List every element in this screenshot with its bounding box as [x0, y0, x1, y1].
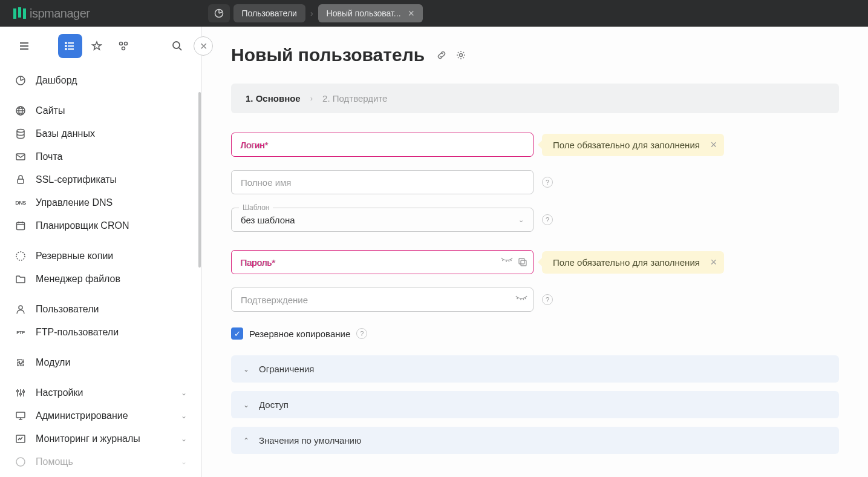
svg-rect-20: [16, 412, 25, 418]
collapsible-access[interactable]: ⌄ Доступ: [231, 391, 839, 418]
ftp-icon: FTP: [15, 326, 27, 338]
mail-icon: [15, 151, 27, 163]
puzzle-icon: [15, 357, 27, 369]
dashboard-icon: [15, 74, 27, 87]
nav-sites[interactable]: Сайты: [5, 99, 197, 122]
nav-ftp-users[interactable]: FTP FTP-пользователи: [5, 321, 197, 344]
svg-rect-24: [519, 258, 524, 264]
fullname-input[interactable]: [231, 170, 534, 194]
login-error-tip: Поле обязательно для заполнения ×: [542, 134, 724, 156]
close-icon[interactable]: ×: [408, 8, 415, 19]
sliders-icon: [15, 387, 27, 399]
sidebar: Дашборд Сайты Базы данных Почта SSL-серт…: [0, 27, 202, 477]
search-toggle[interactable]: [165, 34, 189, 58]
nav-users[interactable]: Пользователи: [5, 298, 197, 321]
chart-icon: [15, 433, 27, 445]
generate-icon[interactable]: [518, 257, 527, 267]
svg-point-2: [65, 45, 67, 47]
login-input[interactable]: [231, 133, 534, 157]
folder-icon: [15, 273, 27, 285]
content-area: Новый пользователь 1. Основное › 2. Подт…: [202, 27, 868, 477]
topbar: ispmanager Пользователи › Новый пользова…: [0, 0, 868, 27]
chevron-down-icon: ⌄: [243, 365, 250, 373]
tab-new-user[interactable]: Новый пользоват... ×: [318, 4, 423, 22]
chevron-down-icon: ⌄: [243, 401, 250, 409]
svg-rect-25: [521, 260, 526, 266]
panel-close-button[interactable]: ✕: [194, 36, 213, 56]
step-indicator: 1. Основное › 2. Подтвердите: [231, 84, 839, 113]
nav-modules[interactable]: Модули: [5, 351, 197, 374]
svg-point-15: [16, 252, 25, 260]
svg-point-1: [65, 42, 67, 44]
nav-databases[interactable]: Базы данных: [5, 122, 197, 145]
eye-icon[interactable]: [515, 295, 527, 304]
template-select[interactable]: Шаблон без шаблона ⌄: [231, 208, 534, 232]
user-icon: [15, 303, 27, 315]
modules-toggle[interactable]: [111, 34, 135, 58]
nav-backups[interactable]: Резервные копии: [5, 245, 197, 268]
eye-icon[interactable]: [501, 257, 513, 267]
help-icon[interactable]: ?: [542, 177, 553, 188]
nav-dashboard[interactable]: Дашборд: [5, 69, 197, 92]
app-name: ispmanager: [30, 7, 90, 21]
svg-point-4: [120, 42, 123, 45]
nav-ssl[interactable]: SSL-сертификаты: [5, 168, 197, 191]
nav-dns[interactable]: DNS Управление DNS: [5, 191, 197, 214]
backup-icon: [15, 250, 27, 262]
check-icon: ✓: [234, 329, 241, 338]
svg-point-18: [20, 393, 22, 395]
collapsible-limits[interactable]: ⌄ Ограничения: [231, 355, 839, 383]
help-icon[interactable]: ?: [542, 214, 553, 225]
page-title: Новый пользователь: [231, 45, 425, 65]
svg-rect-14: [17, 223, 25, 230]
svg-rect-12: [16, 154, 25, 160]
chevron-up-icon: ⌃: [243, 436, 250, 445]
dashboard-tab-icon[interactable]: [208, 4, 230, 22]
nav-mail[interactable]: Почта: [5, 145, 197, 168]
close-icon[interactable]: ×: [710, 256, 717, 269]
svg-point-11: [17, 130, 24, 133]
chevron-down-icon: ⌄: [181, 389, 187, 397]
nav-settings[interactable]: Настройки ⌄: [5, 381, 197, 404]
view-list-toggle[interactable]: [58, 34, 82, 58]
scrollbar-thumb[interactable]: [198, 92, 201, 268]
tab-users[interactable]: Пользователи: [233, 4, 305, 22]
help-icon[interactable]: ?: [542, 294, 553, 305]
password-input[interactable]: [231, 250, 534, 274]
app-logo: ispmanager: [13, 7, 90, 21]
svg-point-7: [173, 42, 180, 48]
step-1[interactable]: 1. Основное: [246, 93, 301, 104]
nav-monitoring[interactable]: Мониторинг и журналы ⌄: [5, 427, 197, 450]
menu-toggle[interactable]: [12, 34, 36, 58]
lock-icon: [15, 174, 27, 186]
monitor-icon: [15, 410, 27, 422]
help-icon[interactable]: ?: [356, 328, 367, 339]
nav-list: Дашборд Сайты Базы данных Почта SSL-серт…: [0, 65, 201, 477]
dns-icon: DNS: [15, 197, 27, 209]
confirm-password-input[interactable]: [231, 288, 534, 312]
nav-help[interactable]: Помощь ⌄: [5, 450, 197, 473]
nav-cron[interactable]: Планировщик CRON: [5, 214, 197, 237]
nav-admin[interactable]: Администрирование ⌄: [5, 404, 197, 427]
chevron-right-icon: ›: [310, 94, 313, 103]
step-2: 2. Подтвердите: [322, 93, 387, 104]
template-label: Шаблон: [239, 203, 273, 212]
svg-point-5: [125, 42, 128, 45]
backup-checkbox[interactable]: ✓: [231, 327, 243, 340]
nav-files[interactable]: Менеджер файлов: [5, 268, 197, 291]
close-icon[interactable]: ×: [710, 139, 717, 151]
chevron-down-icon: ⌄: [181, 458, 187, 466]
calendar-icon: [15, 220, 27, 232]
svg-point-3: [65, 48, 67, 50]
svg-point-22: [16, 458, 25, 466]
collapsible-defaults[interactable]: ⌃ Значения по умолчанию: [231, 427, 839, 454]
link-icon[interactable]: [436, 49, 448, 61]
gear-icon[interactable]: [455, 49, 467, 61]
svg-rect-13: [18, 179, 24, 183]
help-icon: [15, 456, 27, 468]
chevron-down-icon: ⌄: [181, 412, 187, 420]
svg-point-23: [460, 54, 463, 57]
breadcrumb-tabs: Пользователи › Новый пользоват... ×: [208, 4, 423, 22]
favorites-toggle[interactable]: [85, 34, 109, 58]
chevron-down-icon: ⌄: [181, 435, 187, 443]
